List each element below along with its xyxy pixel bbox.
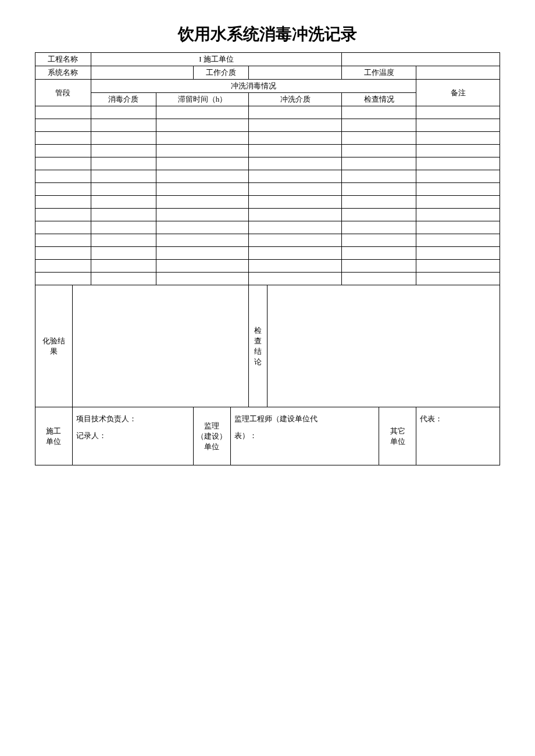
check-conclusion-label: 检查 结论 bbox=[249, 285, 268, 407]
supervision-unit-sign-label: 监理 （建设） 单位 bbox=[193, 407, 230, 465]
table-row bbox=[35, 196, 500, 209]
other-unit-sign-label: 其它 单位 bbox=[379, 407, 416, 465]
table-row bbox=[35, 145, 500, 157]
table-row bbox=[35, 234, 500, 247]
project-name-label: 工程名称 bbox=[35, 53, 91, 66]
table-row bbox=[35, 260, 500, 273]
table-row bbox=[35, 170, 500, 183]
working-temp-label: 工作温度 bbox=[342, 66, 416, 80]
pipe-section-header: 管段 bbox=[35, 80, 91, 106]
system-name-value[interactable] bbox=[91, 66, 193, 80]
table-row bbox=[35, 119, 500, 132]
check-conclusion-value[interactable] bbox=[268, 285, 500, 407]
check-situation-header: 检查情况 bbox=[342, 93, 416, 106]
working-medium-label: 工作介质 bbox=[193, 66, 249, 80]
test-result-label: 化验结 果 bbox=[35, 285, 73, 407]
system-name-label: 系统名称 bbox=[35, 66, 91, 80]
table-row bbox=[35, 106, 500, 119]
other-unit-sign-content[interactable]: 代表： bbox=[416, 407, 500, 465]
project-name-value[interactable]: I 施工单位 bbox=[91, 53, 341, 66]
table-row bbox=[35, 157, 500, 170]
table-row bbox=[35, 183, 500, 196]
table-row bbox=[35, 247, 500, 260]
page-title: 饮用水系统消毒冲洗记录 bbox=[35, 23, 500, 45]
flush-situation-header: 冲洗消毒情况 bbox=[91, 80, 416, 93]
record-table: 工程名称 I 施工单位 系统名称 工作介质 工作温度 管段 冲洗消毒情况 备注 … bbox=[35, 52, 500, 465]
table-row bbox=[35, 209, 500, 221]
construction-unit-sign-label: 施工 单位 bbox=[35, 407, 73, 465]
table-row bbox=[35, 132, 500, 145]
flush-medium-header: 冲洗介质 bbox=[249, 93, 342, 106]
working-medium-value[interactable] bbox=[249, 66, 342, 80]
working-temp-value[interactable] bbox=[416, 66, 500, 80]
retention-time-header: 滞留时间（h） bbox=[156, 93, 249, 106]
table-row bbox=[35, 221, 500, 234]
table-row bbox=[35, 273, 500, 285]
test-result-value[interactable] bbox=[72, 285, 249, 407]
construction-unit-sign-content[interactable]: 项目技术负责人： 记录人： bbox=[72, 407, 193, 465]
disinfection-medium-header: 消毒介质 bbox=[91, 93, 156, 106]
supervision-unit-sign-content[interactable]: 监理工程师（建设单位代 表）： bbox=[230, 407, 379, 465]
construction-unit-value[interactable] bbox=[342, 53, 500, 66]
remark-header: 备注 bbox=[416, 80, 500, 106]
